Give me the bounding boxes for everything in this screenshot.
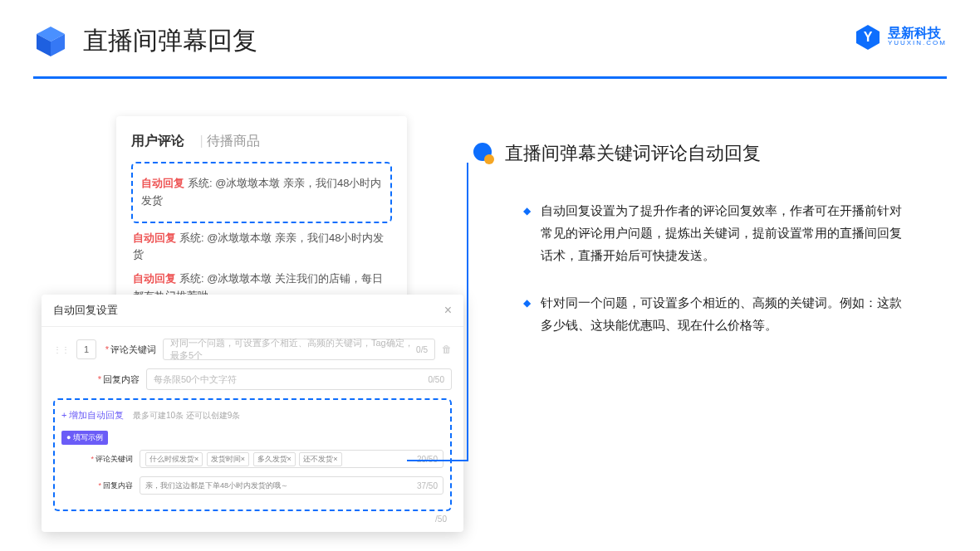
highlighted-reply: 自动回复系统: @冰墩墩本墩 亲亲，我们48小时内发货 (131, 162, 392, 223)
example-badge: ● 填写示例 (61, 431, 108, 445)
brand-name-cn: 昱新科技 (888, 27, 947, 40)
auto-reply-line: 自动回复系统: @冰墩墩本墩 亲亲，我们48小时内发货 (133, 230, 390, 265)
svg-text:Y: Y (864, 30, 873, 44)
brand-icon: Y (855, 23, 881, 50)
example-content-row: *回复内容 亲，我们这边都是下单48小时内发货的哦～ 37/50 (61, 476, 443, 495)
tab-user-comments[interactable]: 用户评论 (131, 133, 184, 150)
form-row-content: *回复内容 每条限50个中文字符 0/50 (53, 368, 452, 390)
page-header: 直播间弹幕回复 (0, 0, 980, 58)
page-title: 直播间弹幕回复 (83, 24, 257, 58)
diamond-icon: ◆ (523, 295, 531, 336)
cube-icon (33, 23, 68, 58)
paragraph: ◆ 针对同一个问题，可设置多个相近的、高频的关键词。例如：这款多少钱、这块能优惠… (473, 291, 938, 336)
example-block: + 增加自动回复 最多可建10条 还可以创建9条 ● 填写示例 *评论关键词 什… (53, 398, 452, 511)
order-number: 1 (76, 339, 96, 359)
outer-count: /50 (53, 511, 452, 527)
settings-title: 自动回复设置 (53, 303, 118, 318)
auto-reply-badge: 自动回复 (141, 177, 184, 189)
auto-reply-badge: 自动回复 (133, 272, 176, 285)
settings-header: 自动回复设置 × (42, 295, 463, 327)
add-auto-reply-link[interactable]: + 增加自动回复 (61, 409, 124, 422)
example-keyword-input[interactable]: 什么时候发货× 发货时间× 多久发货× 还不发货× 20/50 (140, 450, 443, 468)
brand-block: Y 昱新科技 YUUXIN.COM (855, 23, 947, 50)
tabs: 用户评论 | 待播商品 (131, 133, 392, 150)
subsection-header: 直播间弹幕关键词评论自动回复 (473, 141, 938, 166)
auto-reply-line: 自动回复系统: @冰墩墩本墩 亲亲，我们48小时内发货 (141, 175, 382, 210)
add-hint: 最多可建10条 还可以创建9条 (133, 411, 240, 420)
diamond-icon: ◆ (523, 202, 531, 266)
keyword-input[interactable]: 对同一个问题，可设置多个相近、高频的关键词，Tag确定，最多5个 0/5 (163, 339, 435, 360)
example-content-input[interactable]: 亲，我们这边都是下单48小时内发货的哦～ 37/50 (140, 476, 443, 495)
divider (33, 76, 947, 79)
example-keyword-row: *评论关键词 什么时候发货× 发货时间× 多久发货× 还不发货× 20/50 (61, 450, 443, 468)
keyword-tag[interactable]: 发货时间× (207, 452, 249, 466)
auto-reply-badge: 自动回复 (133, 232, 176, 244)
settings-panel: 自动回复设置 × ⋮⋮ 1 *评论关键词 对同一个问题，可设置多个相近、高频的关… (42, 295, 463, 532)
bullet-icon (473, 143, 495, 164)
content-input[interactable]: 每条限50个中文字符 0/50 (146, 368, 452, 390)
tab-pending-goods[interactable]: 待播商品 (207, 133, 260, 150)
subsection-title: 直播间弹幕关键词评论自动回复 (505, 141, 761, 166)
keyword-tag[interactable]: 还不发货× (299, 452, 341, 466)
brand-name-en: YUUXIN.COM (888, 40, 947, 46)
form-row-keyword: ⋮⋮ 1 *评论关键词 对同一个问题，可设置多个相近、高频的关键词，Tag确定，… (53, 339, 452, 360)
keyword-tag[interactable]: 多久发货× (253, 452, 296, 466)
description-section: 直播间弹幕关键词评论自动回复 ◆ 自动回复设置为了提升作者的评论回复效率，作者可… (473, 141, 938, 361)
paragraph: ◆ 自动回复设置为了提升作者的评论回复效率，作者可在开播前针对常见的评论用户问题… (473, 199, 938, 266)
connector-line (407, 163, 468, 461)
keyword-tag[interactable]: 什么时候发货× (145, 452, 203, 466)
drag-icon[interactable]: ⋮⋮ (53, 345, 70, 354)
